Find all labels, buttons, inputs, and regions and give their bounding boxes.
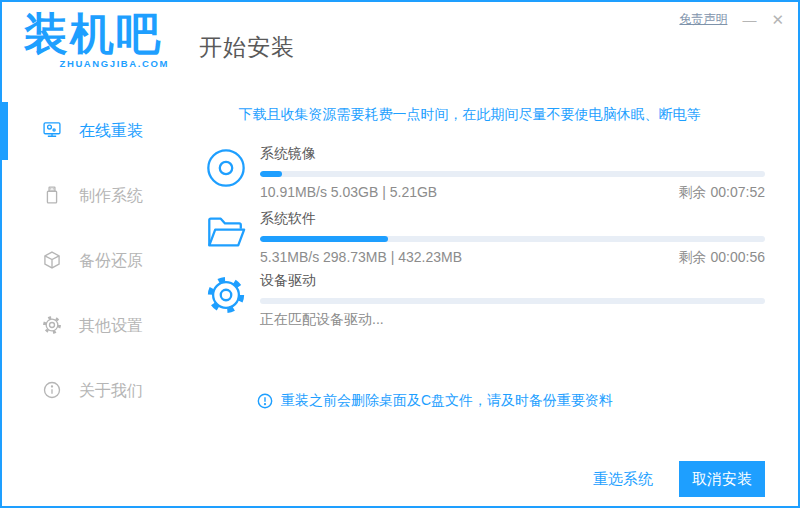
usb-drive-icon: [42, 185, 62, 209]
progress-bar: [260, 298, 765, 304]
gear-icon: [205, 274, 247, 316]
footer-actions: 重选系统 取消安装: [593, 461, 765, 497]
task-status-text: 正在匹配设备驱动...: [260, 311, 384, 329]
app-logo: 装机吧 ZHUANGJIBA.COM: [24, 8, 169, 69]
backup-warning-text: 重装之前会删除桌面及C盘文件，请及时备份重要资料: [281, 392, 613, 410]
progress-bar: [260, 171, 765, 177]
task-row-system-image: 系统镜像 10.91MB/s 5.03GB | 5.21GB 剩余 00:07:…: [205, 145, 765, 202]
backup-warning-note: 重装之前会删除桌面及C盘文件，请及时备份重要资料: [257, 392, 613, 410]
backup-restore-icon: [42, 250, 62, 274]
sidebar-item-label: 在线重装: [79, 121, 143, 142]
progress-fill: [260, 171, 282, 177]
task-remaining-time: 剩余 00:00:56: [679, 249, 765, 267]
sidebar-item-backup-restore[interactable]: 备份还原: [2, 229, 167, 294]
cancel-install-button[interactable]: 取消安装: [679, 461, 765, 497]
download-notice: 下载且收集资源需要耗费一点时间，在此期间尽量不要使电脑休眠、断电等: [197, 106, 742, 124]
disc-icon: [205, 147, 247, 189]
task-row-device-driver: 设备驱动 正在匹配设备驱动...: [205, 272, 765, 329]
close-icon[interactable]: ✕: [771, 13, 784, 27]
task-name: 设备驱动: [260, 272, 765, 289]
sidebar-item-label: 备份还原: [79, 251, 143, 272]
task-speed-stats: 10.91MB/s 5.03GB | 5.21GB: [260, 184, 437, 202]
active-indicator: [2, 102, 8, 160]
sidebar-item-make-system[interactable]: 制作系统: [2, 164, 167, 229]
app-window: 免责声明 — ✕ 装机吧 ZHUANGJIBA.COM 开始安装 在线重装 制作…: [0, 0, 800, 508]
sidebar-item-other-settings[interactable]: 其他设置: [2, 294, 167, 359]
task-speed-stats: 5.31MB/s 298.73MB | 432.23MB: [260, 249, 462, 267]
info-icon: [42, 380, 62, 404]
progress-bar: [260, 236, 765, 242]
reselect-system-button[interactable]: 重选系统: [593, 470, 653, 489]
sidebar: 在线重装 制作系统 备份还原 其他设置 关于我们: [2, 99, 167, 424]
titlebar-controls: 免责声明 — ✕: [679, 11, 784, 28]
task-name: 系统软件: [260, 210, 765, 227]
logo-text: 装机吧: [24, 8, 169, 60]
folder-icon: [205, 212, 247, 254]
minimize-icon[interactable]: —: [742, 13, 756, 27]
sidebar-item-online-reinstall[interactable]: 在线重装: [2, 99, 167, 164]
sidebar-item-label: 关于我们: [79, 381, 143, 402]
sidebar-item-about-us[interactable]: 关于我们: [2, 359, 167, 424]
page-title: 开始安装: [199, 32, 295, 63]
progress-fill: [260, 236, 388, 242]
disclaimer-link[interactable]: 免责声明: [679, 11, 727, 28]
monitor-reinstall-icon: [42, 120, 62, 144]
sidebar-item-label: 制作系统: [79, 186, 143, 207]
task-remaining-time: 剩余 00:07:52: [679, 184, 765, 202]
exclamation-circle-icon: [257, 393, 273, 409]
task-row-system-software: 系统软件 5.31MB/s 298.73MB | 432.23MB 剩余 00:…: [205, 210, 765, 267]
task-name: 系统镜像: [260, 145, 765, 162]
sidebar-item-label: 其他设置: [79, 316, 143, 337]
settings-gear-icon: [42, 315, 62, 339]
